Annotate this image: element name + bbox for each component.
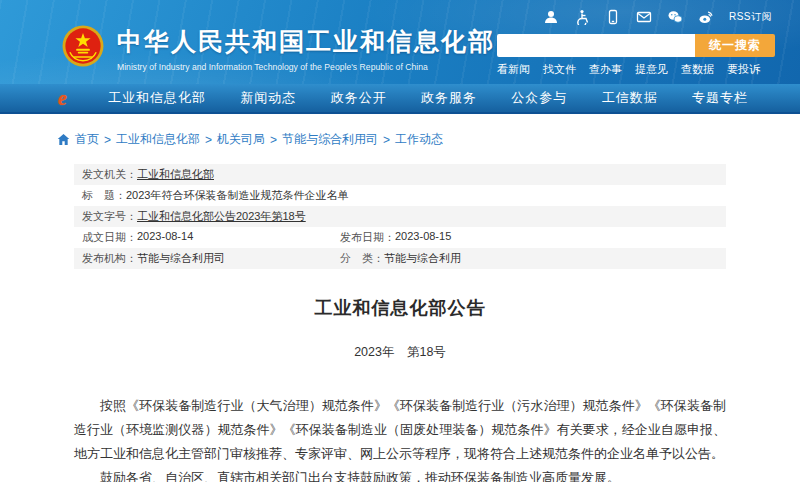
nav-item-icit-data[interactable]: 工信数据 [602,89,658,107]
quick-link-data[interactable]: 查数据 [681,62,714,77]
weibo-icon[interactable] [698,9,714,25]
meta-value-link[interactable]: 工业和信息化部 [137,167,214,182]
meta-row-title: 标 题： 2023年符合环保装备制造业规范条件企业名单 [74,185,726,206]
meta-value: 节能与综合利用司 [137,251,225,266]
breadcrumb-separator: > [383,133,390,147]
mail-icon[interactable] [636,9,652,25]
meta-label: 分 类： [340,251,384,266]
quick-links: 看新闻 找文件 查办事 提意见 查数据 要投诉 [497,62,760,77]
user-icon[interactable] [543,9,559,25]
miit-logo-icon: e [58,87,80,109]
meta-value: 2023-08-15 [395,230,451,245]
site-header: RSS订阅 中华人民共和国工业和信息化部 Ministry of Industr… [0,0,800,114]
quick-link-complaint[interactable]: 要投诉 [727,62,760,77]
article-subtitle: 2023年 第18号 [74,344,726,361]
meta-value: 2023年符合环保装备制造业规范条件企业名单 [126,188,348,203]
meta-label: 发文字号： [82,209,137,224]
meta-value: 节能与综合利用 [384,251,461,266]
meta-label: 发文机关： [82,167,137,182]
breadcrumb-item-departments[interactable]: 机关司局 [217,131,265,148]
breadcrumb-item-work-news[interactable]: 工作动态 [395,131,443,148]
home-icon[interactable] [57,133,70,146]
main-navigation: e 工业和信息化部 新闻动态 政务公开 政务服务 公众参与 工信数据 专题专栏 [0,84,800,114]
breadcrumb-separator: > [205,133,212,147]
rss-link[interactable]: RSS订阅 [729,10,772,24]
quick-link-affairs[interactable]: 查办事 [589,62,622,77]
meta-row-dates: 成文日期： 2023-08-14 发布日期： 2023-08-15 [74,227,726,248]
site-branding: 中华人民共和国工业和信息化部 Ministry of Industry and … [62,25,495,72]
document-meta-table: 发文机关： 工业和信息化部 标 题： 2023年符合环保装备制造业规范条件企业名… [74,164,726,269]
national-emblem-icon [62,25,104,67]
header-utility-bar: RSS订阅 [543,9,772,25]
wechat-icon[interactable] [667,9,683,25]
search-area: 统一搜索 [497,34,775,57]
breadcrumb-separator: > [104,133,111,147]
meta-label: 发布日期： [340,230,395,245]
quick-link-news[interactable]: 看新闻 [497,62,530,77]
article-title: 工业和信息化部公告 [74,296,726,320]
nav-item-gov-services[interactable]: 政务服务 [421,89,477,107]
meta-row-issuing-authority: 发文机关： 工业和信息化部 [74,164,726,185]
breadcrumb-separator: > [270,133,277,147]
search-button[interactable]: 统一搜索 [695,34,775,57]
nav-item-gov-disclosure[interactable]: 政务公开 [331,89,387,107]
meta-label: 发布机构： [82,251,137,266]
article-paragraph: 鼓励各省、自治区、直辖市相关部门出台支持鼓励政策，推动环保装备制造业高质量发展。 [74,466,726,482]
search-input[interactable] [497,34,695,57]
breadcrumb-home[interactable]: 首页 [75,131,99,148]
meta-label: 成文日期： [82,230,137,245]
meta-row-document-number: 发文字号： 工业和信息化部公告2023年第18号 [74,206,726,227]
meta-row-publisher: 发布机构： 节能与综合利用司 分 类： 节能与综合利用 [74,248,726,269]
site-title-en: Ministry of Industry and Information Tec… [117,62,480,72]
nav-item-participation[interactable]: 公众参与 [511,89,567,107]
accessibility-icon[interactable] [574,9,590,25]
breadcrumb-item-miit[interactable]: 工业和信息化部 [116,131,200,148]
page-content: 首页 > 工业和信息化部 > 机关司局 > 节能与综合利用司 > 工作动态 发文… [74,131,726,482]
nav-item-special-topics[interactable]: 专题专栏 [692,89,748,107]
meta-label: 标 题： [82,188,126,203]
meta-value: 2023-08-14 [137,230,193,245]
breadcrumb: 首页 > 工业和信息化部 > 机关司局 > 节能与综合利用司 > 工作动态 [57,131,726,148]
mobile-icon[interactable] [605,9,621,25]
quick-link-feedback[interactable]: 提意见 [635,62,668,77]
quick-link-documents[interactable]: 找文件 [543,62,576,77]
nav-item-news[interactable]: 新闻动态 [240,89,296,107]
nav-item-miit[interactable]: 工业和信息化部 [108,89,206,107]
article-paragraph: 按照《环保装备制造行业（大气治理）规范条件》《环保装备制造行业（污水治理）规范条… [74,394,726,466]
meta-value-link[interactable]: 工业和信息化部公告2023年第18号 [137,209,306,224]
breadcrumb-item-energy-dept[interactable]: 节能与综合利用司 [282,131,378,148]
article-body: 按照《环保装备制造行业（大气治理）规范条件》《环保装备制造行业（污水治理）规范条… [74,394,726,482]
site-title: 中华人民共和国工业和信息化部 [117,25,495,58]
